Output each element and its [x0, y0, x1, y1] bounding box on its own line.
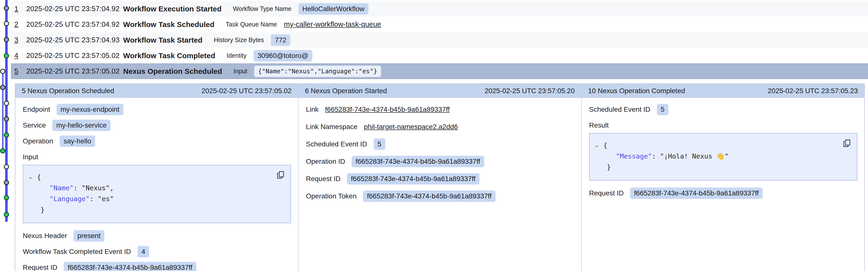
- event-detail-panels: 5 Nexus Operation Scheduled 2025-02-25 U…: [15, 83, 865, 271]
- json-key: "Name": [50, 184, 74, 192]
- json-value: : "Nexus",: [74, 184, 114, 192]
- timeline-dot: [4, 21, 9, 26]
- event-row[interactable]: 4 2025-02-25 UTC 23:57:05.02 Workflow Ta…: [11, 48, 868, 63]
- event-name: Workflow Task Scheduled: [123, 20, 214, 29]
- field-label: Scheduled Event ID: [589, 106, 650, 113]
- panel-nexus-operation-scheduled: 5 Nexus Operation Scheduled 2025-02-25 U…: [16, 84, 298, 271]
- event-detail-label: History Size Bytes: [214, 36, 264, 44]
- copy-icon: [842, 138, 851, 148]
- event-detail-value-badge: 30960@totoro@: [253, 50, 312, 61]
- event-detail-value-badge: HelloCallerWorkflow: [299, 3, 369, 15]
- field-label: Endpoint: [23, 106, 50, 113]
- event-row[interactable]: 3 2025-02-25 UTC 23:57:04.93 Workflow Ta…: [11, 32, 868, 48]
- json-value: : "¡Hola! Nexus 👋": [652, 152, 728, 160]
- event-name: Workflow Execution Started: [123, 5, 222, 13]
- timeline-dot: [0, 69, 5, 74]
- event-row[interactable]: 1 2025-02-25 UTC 23:57:04.92 Workflow Ex…: [11, 1, 868, 17]
- timeline-dot: [4, 37, 9, 43]
- event-name: Nexus Operation Scheduled: [123, 67, 222, 76]
- event-number-link[interactable]: 3: [14, 36, 26, 44]
- collapse-chevron-icon[interactable]: ⌄: [594, 139, 599, 151]
- event-timestamp: 2025-02-25 UTC 23:57:05.02: [26, 52, 123, 60]
- json-viewer: ⌄{ "Message": "¡Hola! Nexus 👋" }: [589, 133, 857, 181]
- timeline-dot: [0, 85, 5, 90]
- event-name: Workflow Task Completed: [123, 52, 215, 60]
- event-number-link[interactable]: 2: [14, 20, 26, 28]
- field-label: Request ID: [23, 264, 57, 271]
- timeline-dot: [4, 116, 9, 121]
- json-open-brace: {: [37, 173, 41, 181]
- field-value-badge: f665283f-743e-4374-b45b-9a61a89337ff: [630, 188, 763, 199]
- field-value-badge: f665283f-743e-4374-b45b-9a61a89337ff: [352, 156, 484, 167]
- timeline-dot: [4, 164, 9, 169]
- panel-timestamp: 2025-02-25 UTC 23:57:05.23: [768, 87, 858, 95]
- event-timestamp: 2025-02-25 UTC 23:57:04.92: [26, 5, 123, 13]
- collapse-chevron-icon[interactable]: ⌄: [28, 171, 33, 182]
- field-value-badge: 5: [374, 138, 385, 150]
- event-number-link[interactable]: 5: [14, 67, 26, 75]
- json-close-brace: }: [607, 163, 611, 171]
- event-detail-value-link[interactable]: my-caller-workflow-task-queue: [284, 20, 381, 28]
- json-open-brace: {: [603, 141, 607, 149]
- json-key: "Message": [616, 152, 652, 160]
- field-value-badge: my-nexus-endpoint: [57, 104, 123, 115]
- panel-header: 5 Nexus Operation Scheduled 2025-02-25 U…: [16, 84, 298, 98]
- field-value-badge: f665283f-743e-4374-b45b-9a61a89337ff: [363, 190, 496, 202]
- field-label: Operation ID: [306, 158, 345, 165]
- field-label: Request ID: [589, 189, 624, 197]
- timeline-dot: [0, 148, 5, 154]
- event-detail-value-badge: {"Name":"Nexus","Language":"es"}: [254, 66, 381, 77]
- timeline-dot: [4, 53, 9, 58]
- field-label: Nexus Header: [23, 232, 67, 240]
- panel-header: 6 Nexus Operation Started 2025-02-25 UTC…: [299, 84, 581, 98]
- panel-header: 10 Nexus Operation Completed 2025-02-25 …: [582, 84, 864, 98]
- field-value-badge: present: [73, 230, 104, 242]
- event-timestamp: 2025-02-25 UTC 23:57:04.93: [26, 36, 123, 44]
- copy-button[interactable]: [276, 170, 285, 180]
- panel-nexus-operation-completed: 10 Nexus Operation Completed 2025-02-25 …: [581, 84, 864, 271]
- field-value-badge: f665283f-743e-4374-b45b-9a61a89337ff: [64, 262, 196, 271]
- field-label: Input: [23, 153, 38, 161]
- panel-title: 5 Nexus Operation Scheduled: [22, 87, 114, 95]
- field-value-badge: say-hello: [60, 136, 95, 147]
- field-label: Result: [589, 121, 609, 129]
- field-value-badge: f665283f-743e-4374-b45b-9a61a89337ff: [347, 173, 479, 185]
- timeline-dot: [4, 133, 9, 138]
- event-detail-label: Task Queue Name: [226, 21, 277, 28]
- event-timestamp: 2025-02-25 UTC 23:57:04.92: [26, 20, 123, 28]
- field-label: Link Namespace: [306, 123, 358, 131]
- field-value-badge: 5: [657, 104, 669, 115]
- timeline-main-line: [5, 0, 8, 222]
- event-detail-label: Workflow Type Name: [233, 5, 291, 12]
- json-value: : "es": [90, 195, 114, 202]
- json-viewer: ⌄{ "Name": "Nexus", "Language": "es" }: [23, 165, 291, 223]
- event-row[interactable]: 2 2025-02-25 UTC 23:57:04.92 Workflow Ta…: [11, 17, 868, 32]
- field-label: Operation: [23, 137, 53, 145]
- panel-nexus-operation-started: 6 Nexus Operation Started 2025-02-25 UTC…: [298, 84, 581, 271]
- field-label: Request ID: [306, 175, 341, 183]
- field-value-link[interactable]: phil-target-namespace2.a2dd6: [364, 123, 458, 131]
- timeline-dot: [4, 180, 9, 185]
- timeline-dot: [4, 6, 9, 11]
- json-key: "Language": [50, 195, 90, 202]
- event-detail-label: Identity: [226, 52, 247, 59]
- field-label: Workflow Task Completed Event ID: [23, 248, 131, 255]
- copy-button[interactable]: [842, 138, 851, 148]
- timeline-dot: [4, 195, 9, 200]
- event-history-view: 1 2025-02-25 UTC 23:57:04.92 Workflow Ex…: [0, 0, 868, 271]
- field-value-badge: 4: [137, 246, 149, 258]
- event-detail-value-badge: 772: [271, 34, 290, 46]
- json-close-brace: }: [40, 206, 44, 214]
- copy-icon: [276, 170, 285, 180]
- event-number-link[interactable]: 1: [14, 5, 26, 13]
- field-label: Service: [23, 121, 46, 129]
- event-history-table: 1 2025-02-25 UTC 23:57:04.92 Workflow Ex…: [11, 1, 868, 79]
- event-number-link[interactable]: 4: [14, 52, 26, 60]
- timeline-dot: [4, 212, 9, 217]
- field-value-link[interactable]: f665283f-743e-4374-b45b-9a61a89337ff: [325, 106, 450, 113]
- panel-timestamp: 2025-02-25 UTC 23:57:05.02: [202, 87, 291, 95]
- field-value-badge: my-hello-service: [52, 120, 111, 131]
- event-name: Workflow Task Started: [123, 36, 203, 44]
- field-label: Operation Token: [306, 192, 356, 200]
- event-row-selected[interactable]: 5 2025-02-25 UTC 23:57:05.02 Nexus Opera…: [11, 63, 868, 79]
